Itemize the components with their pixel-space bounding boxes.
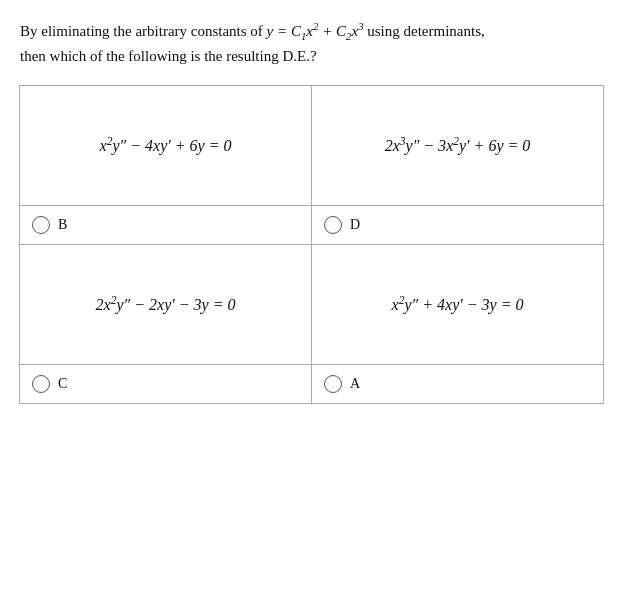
- option-label-row-B[interactable]: B: [20, 206, 311, 244]
- option-label-C: C: [58, 376, 67, 392]
- radio-D[interactable]: [324, 216, 342, 234]
- option-box-A: x2y″ + 4xy′ − 3y = 0: [312, 245, 603, 365]
- option-label-D: D: [350, 217, 360, 233]
- option-cell-A: x2y″ + 4xy′ − 3y = 0 A: [311, 244, 604, 404]
- question-text-part1: By eliminating the arbitrary constants o…: [20, 23, 267, 39]
- radio-B[interactable]: [32, 216, 50, 234]
- option-math-B: x2y″ − 4xy′ + 6y = 0: [100, 135, 232, 155]
- radio-C[interactable]: [32, 375, 50, 393]
- option-cell-C: 2x2y″ − 2xy′ − 3y = 0 C: [19, 244, 312, 404]
- option-label-A: A: [350, 376, 360, 392]
- option-box-C: 2x2y″ − 2xy′ − 3y = 0: [20, 245, 311, 365]
- option-cell-B: x2y″ − 4xy′ + 6y = 0 B: [19, 85, 312, 245]
- question-text-part2: using determinants,: [364, 23, 485, 39]
- question-text: By eliminating the arbitrary constants o…: [20, 18, 604, 68]
- option-label-row-D[interactable]: D: [312, 206, 603, 244]
- question-text-part3: then which of the following is the resul…: [20, 48, 317, 64]
- option-label-row-C[interactable]: C: [20, 365, 311, 403]
- radio-A[interactable]: [324, 375, 342, 393]
- option-math-A: x2y″ + 4xy′ − 3y = 0: [392, 294, 524, 314]
- question-equation: y = C1x2 + C2x3: [267, 23, 364, 39]
- option-label-row-A[interactable]: A: [312, 365, 603, 403]
- option-math-D: 2x3y″ − 3x2y′ + 6y = 0: [385, 135, 531, 155]
- option-box-B: x2y″ − 4xy′ + 6y = 0: [20, 86, 311, 206]
- option-label-B: B: [58, 217, 67, 233]
- options-grid: x2y″ − 4xy′ + 6y = 0 B 2x3y″ − 3x2y′ + 6…: [20, 86, 604, 404]
- option-math-C: 2x2y″ − 2xy′ − 3y = 0: [96, 294, 236, 314]
- option-box-D: 2x3y″ − 3x2y′ + 6y = 0: [312, 86, 603, 206]
- option-cell-D: 2x3y″ − 3x2y′ + 6y = 0 D: [311, 85, 604, 245]
